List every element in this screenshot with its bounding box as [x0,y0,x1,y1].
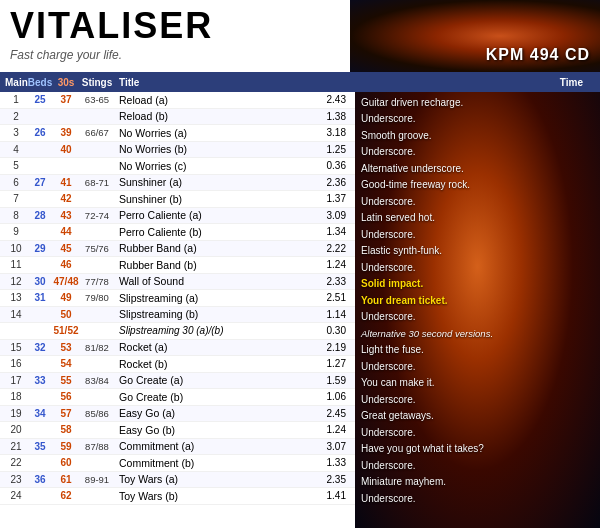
track-time: 2.22 [314,243,350,254]
track-time: 1.37 [314,193,350,204]
table-row: 22 60 Commitment (b) 1.33 [0,455,355,472]
right-panel: Guitar driven recharge.Underscore.Smooth… [355,92,600,528]
track-number: 16 [5,358,27,369]
track-title: Rubber Band (b) [115,259,314,271]
track-beds: 36 [27,474,53,485]
desc-row: Guitar driven recharge. [361,94,594,111]
table-row: 11 46 Rubber Band (b) 1.24 [0,257,355,274]
table-row: 7 42 Sunshiner (b) 1.37 [0,191,355,208]
table-row: 6 27 41 68-71 Sunshiner (a) 2.36 [0,175,355,192]
table-row: 2 Reload (b) 1.38 [0,109,355,126]
track-number: 6 [5,177,27,188]
desc-text: Good-time freeway rock. [361,179,470,190]
desc-text: Alternative 30 second versions. [361,328,493,339]
desc-row: Have you got what it takes? [361,441,594,458]
tagline: Fast charge your life. [10,48,340,62]
track-time: 1.25 [314,144,350,155]
track-time: 0.30 [314,325,350,336]
track-number: 7 [5,193,27,204]
track-number: 14 [5,309,27,320]
table-row: 12 30 47/48 77/78 Wall of Sound 2.33 [0,274,355,291]
track-thirties: 55 [53,375,79,386]
track-number: 8 [5,210,27,221]
table-row: 8 28 43 72-74 Perro Caliente (a) 3.09 [0,208,355,225]
col-header-main: Main [5,77,27,88]
track-time: 2.36 [314,177,350,188]
logo: VITALISER [10,8,340,44]
track-time: 2.45 [314,408,350,419]
table-row: 14 50 Slipstreaming (b) 1.14 [0,307,355,324]
track-title: Easy Go (b) [115,424,314,436]
track-beds: 32 [27,342,53,353]
desc-row: Light the fuse. [361,342,594,359]
desc-text: Smooth groove. [361,130,432,141]
track-beds: 27 [27,177,53,188]
col-header-title: Title [115,77,551,88]
track-time: 1.41 [314,490,350,501]
track-thirties: 42 [53,193,79,204]
desc-row: Great getaways. [361,408,594,425]
track-beds: 34 [27,408,53,419]
track-title: Perro Caliente (a) [115,209,314,221]
desc-row: Solid impact. [361,276,594,293]
track-beds: 26 [27,127,53,138]
desc-text: Underscore. [361,196,415,207]
desc-text: Have you got what it takes? [361,443,484,454]
track-stings: 66/67 [79,127,115,138]
track-time: 2.19 [314,342,350,353]
track-beds: 28 [27,210,53,221]
desc-row: Underscore. [361,457,594,474]
desc-text: Underscore. [361,427,415,438]
track-stings: 68-71 [79,177,115,188]
table-row: 10 29 45 75/76 Rubber Band (a) 2.22 [0,241,355,258]
track-thirties: 37 [53,94,79,105]
col-header-beds: Beds [27,77,53,88]
track-number: 12 [5,276,27,287]
track-number: 17 [5,375,27,386]
track-thirties: 40 [53,144,79,155]
desc-text: Miniature mayhem. [361,476,446,487]
track-title: Commitment (a) [115,440,314,452]
track-time: 1.06 [314,391,350,402]
header-right: KPM 494 CD [350,0,600,72]
track-number: 3 [5,127,27,138]
desc-row: Underscore. [361,309,594,326]
track-time: 3.07 [314,441,350,452]
desc-text: Latin served hot. [361,212,435,223]
desc-text: Underscore. [361,311,415,322]
track-number: 21 [5,441,27,452]
table-row: 51/52 Slipstreaming 30 (a)/(b) 0.30 [0,323,355,340]
track-number: 19 [5,408,27,419]
col-header-thirties: 30s [53,77,79,88]
track-thirties: 43 [53,210,79,221]
track-title: No Worries (b) [115,143,314,155]
track-title: Sunshiner (a) [115,176,314,188]
track-thirties: 47/48 [53,276,79,287]
desc-text: Alternative underscore. [361,163,464,174]
table-row: 1 25 37 63-65 Reload (a) 2.43 [0,92,355,109]
desc-text: Underscore. [361,493,415,504]
header: VITALISER Fast charge your life. KPM 494… [0,0,600,72]
desc-row: Underscore. [361,259,594,276]
desc-row: Underscore. [361,193,594,210]
desc-text: Underscore. [361,113,415,124]
track-beds: 25 [27,94,53,105]
desc-row: Underscore. [361,490,594,507]
desc-overlay: Guitar driven recharge.Underscore.Smooth… [355,92,600,528]
table-row: 15 32 53 81/82 Rocket (a) 2.19 [0,340,355,357]
desc-text: Underscore. [361,229,415,240]
track-title: Go Create (a) [115,374,314,386]
desc-text: Underscore. [361,262,415,273]
desc-row: You can make it. [361,375,594,392]
kpm-label: KPM 494 CD [486,46,590,64]
track-title: Commitment (b) [115,457,314,469]
track-beds: 35 [27,441,53,452]
desc-text: Elastic synth-funk. [361,245,442,256]
track-beds: 30 [27,276,53,287]
track-title: Reload (b) [115,110,314,122]
track-time: 1.24 [314,424,350,435]
track-title: Easy Go (a) [115,407,314,419]
track-title: Slipstreaming (a) [115,292,314,304]
track-title: Go Create (b) [115,391,314,403]
track-time: 2.35 [314,474,350,485]
